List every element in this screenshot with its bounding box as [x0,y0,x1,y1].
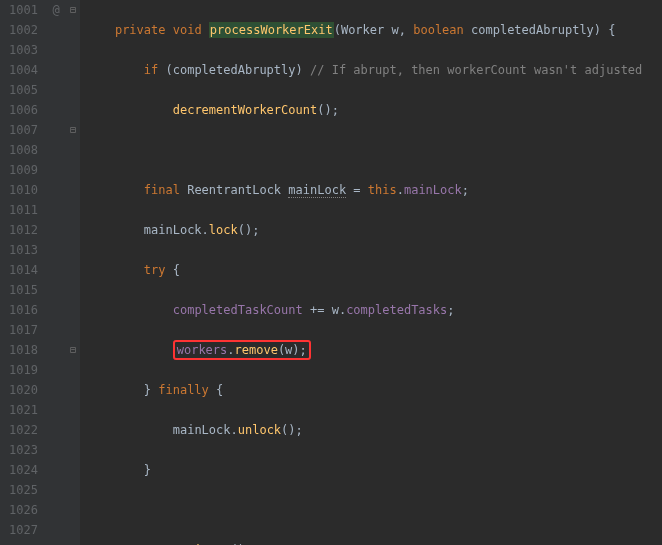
line-number: 1001 [6,0,38,20]
line-number: 1010 [6,180,38,200]
code-line[interactable]: } [86,460,642,480]
method-name: processWorkerExit [209,22,334,38]
code-editor[interactable]: 1001 1002 1003 1004 1005 1006 1007 1008 … [0,0,662,545]
line-number: 1023 [6,440,38,460]
line-number: 1008 [6,140,38,160]
line-number: 1006 [6,100,38,120]
code-line[interactable]: try { [86,260,642,280]
override-marker[interactable]: @ [46,0,66,20]
line-number: 1025 [6,480,38,500]
line-number: 1024 [6,460,38,480]
code-line[interactable]: private void processWorkerExit(Worker w,… [86,20,642,40]
line-number: 1022 [6,420,38,440]
line-number: 1027 [6,520,38,540]
code-line[interactable]: mainLock.lock(); [86,220,642,240]
line-number: 1011 [6,200,38,220]
line-number: 1021 [6,400,38,420]
fold-toggle[interactable]: ⊟ [66,0,80,20]
line-number: 1015 [6,280,38,300]
line-number: 1002 [6,20,38,40]
line-number-gutter: 1001 1002 1003 1004 1005 1006 1007 1008 … [0,0,46,545]
line-number: 1020 [6,380,38,400]
code-area[interactable]: private void processWorkerExit(Worker w,… [80,0,642,545]
line-number: 1003 [6,40,38,60]
code-line[interactable]: } finally { [86,380,642,400]
line-number: 1004 [6,60,38,80]
fold-gutter: ⊟ ⊟ ⊟ [66,0,80,545]
line-number: 1017 [6,320,38,340]
code-line[interactable] [86,500,642,520]
code-line[interactable]: mainLock.unlock(); [86,420,642,440]
fold-toggle[interactable]: ⊟ [66,340,80,360]
fold-toggle[interactable]: ⊟ [66,120,80,140]
code-line[interactable]: completedTaskCount += w.completedTasks; [86,300,642,320]
line-number: 1016 [6,300,38,320]
line-number: 1007 [6,120,38,140]
line-number: 1026 [6,500,38,520]
line-number: 1013 [6,240,38,260]
code-line[interactable] [86,140,642,160]
annotation-gutter: @ [46,0,66,545]
line-number: 1005 [6,80,38,100]
code-line[interactable]: final ReentrantLock mainLock = this.main… [86,180,642,200]
code-line[interactable]: decrementWorkerCount(); [86,100,642,120]
code-line[interactable]: workers.remove(w); [86,340,642,360]
code-line[interactable]: if (completedAbruptly) // If abrupt, the… [86,60,642,80]
line-number: 1018 [6,340,38,360]
code-line[interactable]: tryTerminate(); [86,540,642,545]
line-number: 1012 [6,220,38,240]
line-number: 1009 [6,160,38,180]
line-number: 1014 [6,260,38,280]
line-number: 1019 [6,360,38,380]
highlighted-statement: workers.remove(w); [173,340,311,360]
